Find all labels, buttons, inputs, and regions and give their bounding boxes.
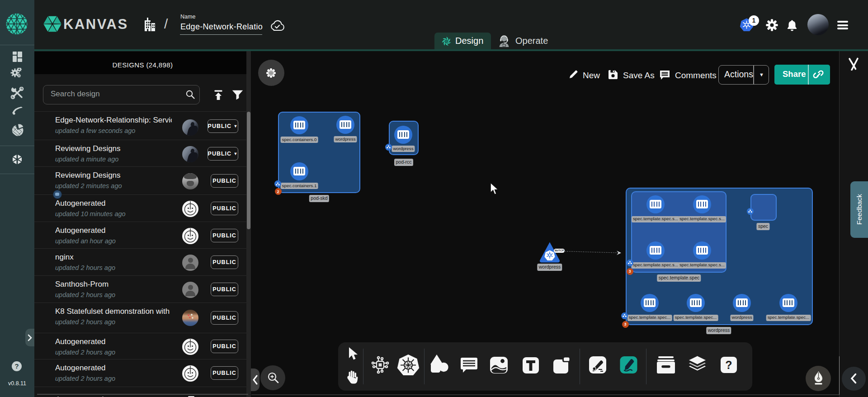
svg-text:?: ? bbox=[725, 359, 732, 371]
